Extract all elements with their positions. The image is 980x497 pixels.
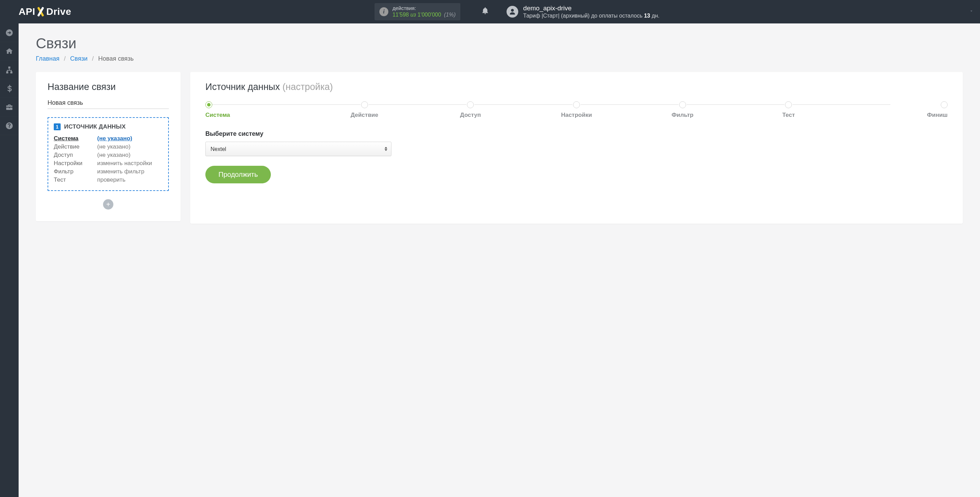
wizard-step[interactable]: Доступ xyxy=(417,101,523,119)
breadcrumb-current: Новая связь xyxy=(98,55,134,62)
step-circle-icon xyxy=(941,101,948,108)
step-label: Доступ xyxy=(460,112,481,119)
add-step-button[interactable]: + xyxy=(103,199,113,210)
step-label: Фильтр xyxy=(671,112,693,119)
svg-rect-2 xyxy=(11,72,12,73)
config-value: изменить настройки xyxy=(97,160,152,167)
user-plan: Тариф |Старт| (архивный) до оплаты остал… xyxy=(523,13,659,19)
step-circle-icon xyxy=(785,101,792,108)
step-circle-icon xyxy=(205,101,212,108)
config-key: Доступ xyxy=(54,152,92,159)
source-setup-panel: Источник данных (настройка) СистемаДейст… xyxy=(190,72,963,224)
step-circle-icon xyxy=(467,101,474,108)
connection-name-input[interactable] xyxy=(48,98,169,109)
app-header: API Drive i действия: 11'598 из 1'000'00… xyxy=(0,0,980,24)
wizard-step[interactable]: Действие xyxy=(312,101,418,119)
config-row[interactable]: Доступ(не указано) xyxy=(54,151,163,159)
config-rows: Система(не указано)Действие(не указано)Д… xyxy=(54,134,163,184)
logo-x-icon xyxy=(36,7,46,16)
config-key: Система xyxy=(54,135,92,142)
config-value: (не указано) xyxy=(97,143,130,150)
config-row[interactable]: Действие(не указано) xyxy=(54,143,163,151)
config-row[interactable]: Система(не указано) xyxy=(54,134,163,143)
chevron-down-icon xyxy=(969,9,974,13)
sidebar-item-help[interactable] xyxy=(0,116,19,135)
breadcrumb-home[interactable]: Главная xyxy=(36,55,60,62)
system-select-label: Выберите систему xyxy=(205,130,948,137)
config-key: Тест xyxy=(54,177,92,183)
wizard-stepper: СистемаДействиеДоступНастройкиФильтрТест… xyxy=(205,101,948,119)
logo[interactable]: API Drive xyxy=(19,6,71,17)
actions-label: действия: xyxy=(393,5,455,11)
data-source-box[interactable]: 1 ИСТОЧНИК ДАННЫХ Система(не указано)Дей… xyxy=(48,117,169,191)
step-label: Действие xyxy=(350,112,378,119)
config-value: (не указано) xyxy=(97,152,130,159)
main-content: Связи Главная / Связи / Новая связь Назв… xyxy=(19,24,980,236)
step-label: Тест xyxy=(782,112,795,119)
wizard-step[interactable]: Тест xyxy=(736,101,842,119)
config-row[interactable]: Фильтризменить фильтр xyxy=(54,167,163,176)
config-value: проверить xyxy=(97,177,126,183)
sidebar-item-services[interactable] xyxy=(0,98,19,116)
sidebar-item-billing[interactable] xyxy=(0,79,19,98)
config-row[interactable]: Настройкиизменить настройки xyxy=(54,159,163,167)
continue-button[interactable]: Продолжить xyxy=(205,166,271,183)
briefcase-icon xyxy=(5,103,13,112)
sidebar-item-connections[interactable] xyxy=(0,61,19,79)
config-key: Настройки xyxy=(54,160,92,167)
source-panel-heading: Источник данных (настройка) xyxy=(205,82,948,92)
actions-values: 11'598 из 1'000'000 (1%) xyxy=(393,11,455,18)
config-value: (не указано) xyxy=(97,135,132,142)
user-menu[interactable]: demo_apix-drive Тариф |Старт| (архивный)… xyxy=(506,4,659,19)
arrow-circle-icon xyxy=(5,29,13,37)
config-key: Фильтр xyxy=(54,168,92,175)
source-box-title: ИСТОЧНИК ДАННЫХ xyxy=(64,123,126,130)
config-value: изменить фильтр xyxy=(97,168,145,175)
config-key: Действие xyxy=(54,143,92,150)
info-icon: i xyxy=(379,7,388,16)
logo-text-api: API xyxy=(19,6,35,17)
config-row[interactable]: Тестпроверить xyxy=(54,176,163,184)
connection-summary-panel: Название связи 1 ИСТОЧНИК ДАННЫХ Система… xyxy=(36,72,181,221)
breadcrumb: Главная / Связи / Новая связь xyxy=(36,55,963,62)
step-label: Финиш xyxy=(927,112,948,119)
sitemap-icon xyxy=(5,66,13,74)
logo-text-drive: Drive xyxy=(46,6,71,17)
svg-rect-1 xyxy=(6,72,8,73)
system-select-wrap: Nextel xyxy=(205,142,391,156)
step-circle-icon xyxy=(679,101,686,108)
system-select[interactable]: Nextel xyxy=(205,142,391,156)
sidebar-item-home[interactable] xyxy=(0,42,19,61)
wizard-step[interactable]: Финиш xyxy=(842,101,948,119)
sidebar xyxy=(0,24,19,497)
sidebar-item-enter[interactable] xyxy=(0,24,19,42)
breadcrumb-links[interactable]: Связи xyxy=(70,55,88,62)
bell-icon xyxy=(481,6,489,15)
connection-name-heading: Название связи xyxy=(48,82,169,92)
svg-rect-0 xyxy=(9,67,10,68)
wizard-step[interactable]: Фильтр xyxy=(630,101,736,119)
notifications-button[interactable] xyxy=(481,6,489,17)
step-label: Настройки xyxy=(561,112,592,119)
page-title: Связи xyxy=(36,35,963,52)
wizard-step[interactable]: Настройки xyxy=(523,101,630,119)
actions-counter[interactable]: i действия: 11'598 из 1'000'000 (1%) xyxy=(375,3,460,20)
question-icon xyxy=(5,122,13,130)
step-circle-icon xyxy=(573,101,580,108)
user-name: demo_apix-drive xyxy=(523,4,659,13)
avatar-icon xyxy=(506,6,518,18)
home-icon xyxy=(5,47,13,56)
wizard-step[interactable]: Система xyxy=(205,101,312,119)
plus-icon: + xyxy=(106,201,110,208)
source-number-badge: 1 xyxy=(54,123,60,130)
dollar-icon xyxy=(5,84,13,93)
header-dropdown-toggle[interactable] xyxy=(963,9,980,15)
step-circle-icon xyxy=(361,101,368,108)
step-label: Система xyxy=(205,112,230,119)
